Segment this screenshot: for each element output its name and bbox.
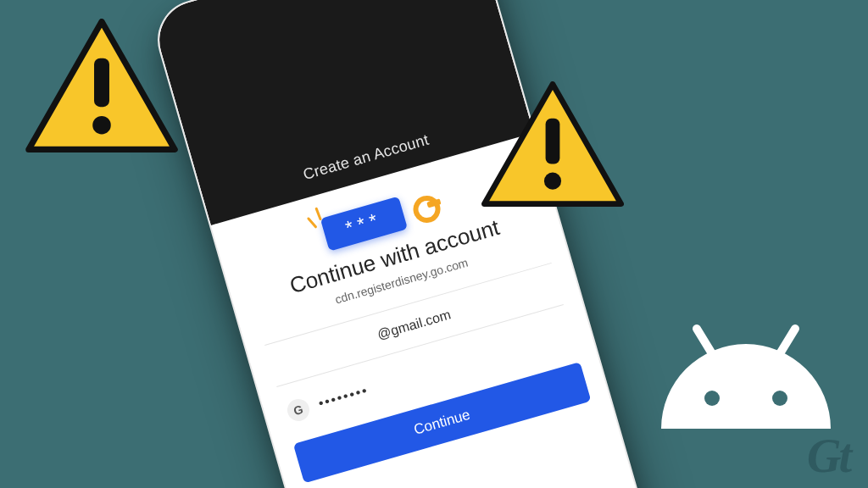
gt-watermark: Gt bbox=[807, 432, 849, 480]
email-value: @gmail.com bbox=[376, 307, 452, 341]
key-icon bbox=[405, 185, 447, 226]
android-logo-icon bbox=[653, 319, 839, 437]
google-chip-icon: G bbox=[285, 396, 312, 424]
svg-point-5 bbox=[544, 173, 561, 190]
password-dots: •••••••• bbox=[317, 383, 370, 412]
svg-rect-4 bbox=[546, 119, 560, 164]
svg-point-9 bbox=[772, 391, 787, 406]
password-asterisks: *** bbox=[343, 208, 385, 240]
svg-rect-1 bbox=[94, 58, 109, 107]
phone-frame: Create an Account *** Continue with acco… bbox=[148, 0, 666, 488]
svg-point-2 bbox=[92, 116, 111, 135]
svg-point-8 bbox=[704, 391, 720, 406]
